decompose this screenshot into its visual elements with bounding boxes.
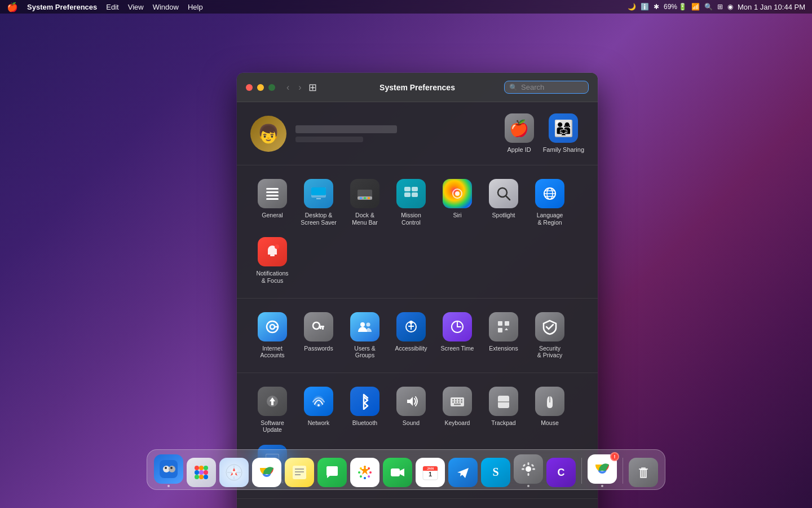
svg-point-88 xyxy=(170,467,173,469)
notes-icon xyxy=(285,458,314,487)
datetime-display: Mon 1 Jan 10:44 PM xyxy=(738,3,805,11)
pref-security[interactable]: Security& Privacy xyxy=(528,308,572,364)
search-menu-icon[interactable]: 🔍 xyxy=(704,3,713,11)
pref-extensions[interactable]: Extensions xyxy=(482,308,526,364)
dock-system-prefs[interactable] xyxy=(514,454,543,487)
menu-window[interactable]: Window xyxy=(153,3,179,11)
dock-safari[interactable] xyxy=(219,458,249,487)
system-prefs-dock-icon xyxy=(514,454,543,484)
dock-photos[interactable] xyxy=(350,458,379,487)
svg-rect-54 xyxy=(452,401,454,403)
pref-users-groups[interactable]: Users &Groups xyxy=(343,308,387,364)
pref-internet-accounts[interactable]: InternetAccounts xyxy=(250,308,294,364)
svg-point-35 xyxy=(367,322,370,326)
mouse-icon xyxy=(535,387,564,416)
dock-finder[interactable] xyxy=(154,454,183,487)
close-button[interactable] xyxy=(246,84,253,91)
forward-button[interactable]: › xyxy=(296,81,303,94)
search-input[interactable] xyxy=(521,83,584,91)
svg-point-28 xyxy=(270,325,275,329)
menu-help[interactable]: Help xyxy=(188,3,203,11)
language-icon xyxy=(535,179,564,208)
back-button[interactable]: ‹ xyxy=(284,81,292,94)
dock-telegram[interactable] xyxy=(448,458,478,487)
svg-point-115 xyxy=(359,475,363,478)
sound-label: Sound xyxy=(403,419,420,427)
dock-notes[interactable] xyxy=(285,458,314,487)
security-icon xyxy=(535,312,564,341)
pref-sound[interactable]: Sound xyxy=(389,382,433,438)
pref-notifications[interactable]: Notifications& Focus xyxy=(250,233,294,288)
user-name-bar xyxy=(295,125,397,133)
apple-menu[interactable]: 🍎 xyxy=(7,2,18,12)
desktop: ‹ › ⊞ System Preferences 🔍 👦 xyxy=(0,14,812,494)
svg-rect-6 xyxy=(316,198,321,199)
dock-canva[interactable]: C xyxy=(546,458,576,487)
svg-rect-2 xyxy=(266,195,279,196)
dock-messages[interactable] xyxy=(317,458,347,487)
bluetooth-status-icon: ✱ xyxy=(654,3,659,11)
app-name[interactable]: System Preferences xyxy=(27,3,97,11)
search-bar[interactable]: 🔍 xyxy=(504,81,589,94)
svg-rect-56 xyxy=(458,401,460,403)
svg-rect-45 xyxy=(498,328,502,332)
pref-mouse[interactable]: Mouse xyxy=(528,382,572,438)
avatar[interactable]: 👦 xyxy=(250,116,286,152)
pref-bluetooth[interactable]: Bluetooth xyxy=(343,382,387,438)
info-icon: ℹ️ xyxy=(641,3,649,11)
menubar-right: 🌙 ℹ️ ✱ 69% 🔋 📶 🔍 ⊞ ◉ Mon 1 Jan 10:44 PM xyxy=(628,3,805,11)
control-center-icon[interactable]: ⊞ xyxy=(717,3,723,11)
pref-mission[interactable]: MissionControl xyxy=(389,174,433,230)
pref-siri[interactable]: Siri xyxy=(435,174,479,230)
svg-point-97 xyxy=(204,475,208,479)
pref-passwords[interactable]: Passwords xyxy=(297,308,341,364)
canva-icon: C xyxy=(546,458,576,487)
dock-trash[interactable] xyxy=(629,458,658,487)
dock-chrome2[interactable]: ! xyxy=(588,454,617,487)
dock-separator-2 xyxy=(623,458,623,484)
pref-trackpad[interactable]: Trackpad xyxy=(482,382,526,438)
pref-keyboard[interactable]: Keyboard xyxy=(435,382,479,438)
dock-facetime[interactable] xyxy=(383,458,412,487)
pref-general[interactable]: General xyxy=(250,174,294,230)
pref-screen-time[interactable]: Screen Time xyxy=(435,308,479,364)
profile-row: 👦 🍎 Apple ID 👨‍👩‍👧 Family Sharing xyxy=(237,102,598,165)
menu-view[interactable]: View xyxy=(128,3,144,11)
dock-separator xyxy=(581,458,582,484)
window-titlebar: ‹ › ⊞ System Preferences 🔍 xyxy=(237,73,598,102)
software-update-label: SoftwareUpdate xyxy=(261,419,284,433)
dock-launchpad[interactable] xyxy=(187,458,216,487)
svg-point-30 xyxy=(313,322,320,329)
passwords-icon xyxy=(304,312,333,341)
pref-desktop[interactable]: Desktop &Screen Saver xyxy=(297,174,341,230)
spotlight-label: Spotlight xyxy=(492,212,515,219)
search-icon: 🔍 xyxy=(509,84,518,91)
pref-accessibility[interactable]: Accessibility xyxy=(389,308,433,364)
svg-point-87 xyxy=(165,467,167,469)
pref-software-update[interactable]: SoftwareUpdate xyxy=(250,382,294,438)
moon-icon: 🌙 xyxy=(628,3,636,11)
bluetooth-label: Bluetooth xyxy=(352,419,377,427)
grid-view-button[interactable]: ⊞ xyxy=(308,81,317,94)
dock-chrome[interactable] xyxy=(252,458,281,487)
dock-calendar[interactable]: JAN1 xyxy=(416,458,445,487)
notifications-icon xyxy=(258,237,287,266)
notifications-label: Notifications& Focus xyxy=(256,270,288,284)
pref-language[interactable]: Language& Region xyxy=(528,174,572,230)
maximize-button[interactable] xyxy=(268,84,275,91)
apple-id-item[interactable]: 🍎 Apple ID xyxy=(505,113,534,154)
pref-network[interactable]: Network xyxy=(297,382,341,438)
family-sharing-item[interactable]: 👨‍👩‍👧 Family Sharing xyxy=(543,113,584,154)
pref-dock[interactable]: Dock &Menu Bar xyxy=(343,174,387,230)
svg-point-92 xyxy=(195,470,199,475)
security-label: Security& Privacy xyxy=(537,345,562,359)
users-groups-icon xyxy=(350,312,379,341)
chrome-badge: ! xyxy=(610,452,619,461)
pref-spotlight[interactable]: Spotlight xyxy=(482,174,526,230)
menu-edit[interactable]: Edit xyxy=(106,3,118,11)
system-preferences-window: ‹ › ⊞ System Preferences 🔍 👦 xyxy=(237,73,598,508)
traffic-lights xyxy=(246,84,275,91)
dock-skype[interactable]: S xyxy=(481,458,510,487)
siri-menu-icon[interactable]: ◉ xyxy=(727,3,733,11)
minimize-button[interactable] xyxy=(257,84,264,91)
